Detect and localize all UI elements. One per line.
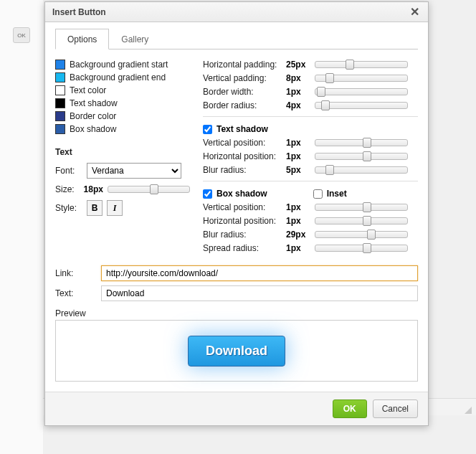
dialog-footer: OK Cancel <box>45 392 428 425</box>
text-shadow-label: Text shadow <box>216 124 268 134</box>
ts-blur-value: 5px <box>286 165 312 175</box>
swatch-bg-end[interactable] <box>55 72 65 82</box>
italic-button[interactable]: I <box>107 200 123 216</box>
size-label: Size: <box>55 184 80 194</box>
ts-blur-label: Blur radius: <box>203 165 283 175</box>
color-swatch-list: Background gradient start Background gra… <box>55 60 190 134</box>
inset-label: Inset <box>327 189 347 199</box>
bs-vpos-label: Vertical position: <box>203 202 283 212</box>
preview-label: Preview <box>55 308 418 318</box>
hpad-value: 25px <box>286 60 312 70</box>
swatch-label: Background gradient start <box>70 60 168 70</box>
bradius-value: 4px <box>286 100 312 110</box>
bradius-slider[interactable] <box>315 102 408 109</box>
text-shadow-checkbox[interactable] <box>203 125 212 134</box>
link-input[interactable] <box>101 265 418 281</box>
swatch-text-shadow[interactable] <box>55 98 65 108</box>
text-label: Text: <box>55 288 94 298</box>
size-value: 18px <box>84 184 103 194</box>
box-shadow-label: Box shadow <box>216 189 267 199</box>
ts-hpos-label: Horizontal position: <box>203 151 283 161</box>
cancel-button[interactable]: Cancel <box>373 399 418 418</box>
text-heading: Text <box>55 147 190 157</box>
ts-blur-slider[interactable] <box>315 166 408 174</box>
tab-options[interactable]: Options <box>55 29 109 49</box>
bs-vpos-value: 1px <box>286 202 312 212</box>
preview-button[interactable]: Download <box>188 336 285 366</box>
ts-hpos-slider[interactable] <box>315 153 408 160</box>
hpad-slider[interactable] <box>315 61 408 68</box>
ok-button[interactable]: OK <box>333 399 367 418</box>
swatch-label: Border color <box>70 111 116 121</box>
bwidth-value: 1px <box>286 87 312 97</box>
bwidth-label: Border width: <box>203 87 283 97</box>
editor-toolbar-bg: OK <box>0 0 43 454</box>
swatch-border-color[interactable] <box>55 111 65 121</box>
bs-vpos-slider[interactable] <box>315 204 408 211</box>
resize-corner-icon[interactable] <box>465 407 472 414</box>
bs-blur-label: Blur radius: <box>203 230 283 240</box>
swatch-label: Text shadow <box>70 98 118 108</box>
insert-button-dialog: Insert Button ✕ Options Gallery Backgrou… <box>44 1 429 426</box>
size-slider[interactable] <box>108 186 190 193</box>
swatch-label: Background gradient end <box>70 72 166 82</box>
font-label: Font: <box>55 166 82 176</box>
bs-spread-label: Spread radius: <box>203 243 283 253</box>
swatch-bg-start[interactable] <box>55 60 65 70</box>
text-input[interactable] <box>101 285 418 301</box>
vpad-value: 8px <box>286 73 312 83</box>
swatch-text-color[interactable] <box>55 85 65 95</box>
bs-spread-value: 1px <box>286 243 312 253</box>
bs-hpos-value: 1px <box>286 216 312 226</box>
bold-button[interactable]: B <box>87 200 103 216</box>
swatch-box-shadow[interactable] <box>55 124 65 134</box>
preview-area: Download <box>55 320 418 382</box>
inset-checkbox[interactable] <box>313 189 323 199</box>
dialog-titlebar: Insert Button ✕ <box>45 2 428 22</box>
bradius-label: Border radius: <box>203 100 283 110</box>
font-select[interactable]: Verdana <box>87 163 181 179</box>
toolbar-button[interactable]: OK <box>13 27 30 43</box>
hpad-label: Horizontal padding: <box>203 60 283 70</box>
tab-gallery[interactable]: Gallery <box>109 29 161 49</box>
style-label: Style: <box>55 203 82 213</box>
ts-hpos-value: 1px <box>286 151 312 161</box>
bs-blur-slider[interactable] <box>315 231 408 238</box>
bs-hpos-label: Horizontal position: <box>203 216 283 226</box>
bwidth-slider[interactable] <box>315 88 408 95</box>
bs-spread-slider[interactable] <box>315 245 408 252</box>
bs-hpos-slider[interactable] <box>315 217 408 224</box>
ts-vpos-label: Vertical position: <box>203 138 283 148</box>
ts-vpos-slider[interactable] <box>315 139 408 146</box>
ts-vpos-value: 1px <box>286 138 312 148</box>
close-icon[interactable]: ✕ <box>408 5 421 19</box>
box-shadow-checkbox[interactable] <box>203 189 212 199</box>
tab-bar: Options Gallery <box>55 28 418 49</box>
dialog-title: Insert Button <box>52 7 408 17</box>
vpad-slider[interactable] <box>315 75 408 82</box>
swatch-label: Box shadow <box>70 124 116 134</box>
vpad-label: Vertical padding: <box>203 73 283 83</box>
link-label: Link: <box>55 268 94 278</box>
swatch-label: Text color <box>70 85 106 95</box>
bs-blur-value: 29px <box>286 230 312 240</box>
